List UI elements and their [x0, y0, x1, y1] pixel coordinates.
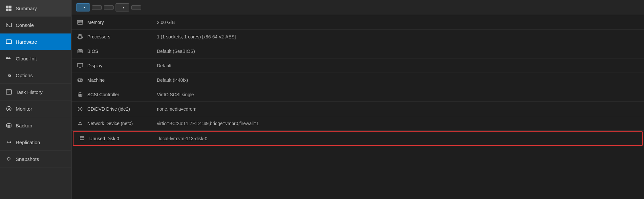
hw-row-name: Machine — [85, 77, 157, 83]
hardware-icon — [5, 38, 12, 45]
svg-rect-22 — [79, 35, 81, 38]
main-content: ▾ ▾ Memory 2.00 GiB Processors 1 (1 sock… — [72, 0, 644, 199]
hw-row-value: virtio=BC:24:11:7F:D1:49,bridge=vmbr0,fi… — [157, 121, 259, 126]
sidebar-item-options-label: Options — [16, 73, 33, 78]
options-icon — [5, 72, 12, 79]
sidebar-item-hardware[interactable]: Hardware — [0, 33, 71, 50]
sidebar-item-backup[interactable]: Backup — [0, 117, 71, 134]
replication-icon — [5, 139, 12, 146]
svg-rect-0 — [6, 6, 9, 8]
svg-rect-18 — [79, 21, 80, 22]
svg-rect-2 — [6, 9, 9, 11]
hw-row-name: CD/DVD Drive (ide2) — [85, 106, 157, 112]
sidebar-item-summary-label: Summary — [16, 6, 37, 11]
svg-rect-17 — [78, 21, 79, 22]
svg-rect-35 — [77, 63, 83, 67]
svg-point-14 — [7, 123, 11, 125]
svg-point-13 — [8, 108, 10, 110]
sidebar-item-task-history[interactable]: Task History — [0, 84, 71, 100]
monitor-icon — [5, 105, 12, 112]
svg-point-44 — [78, 107, 82, 111]
backup-icon — [5, 122, 12, 129]
console-icon — [5, 21, 12, 29]
hw-net-icon — [75, 121, 85, 126]
svg-point-39 — [78, 79, 79, 80]
svg-point-49 — [83, 138, 83, 138]
hw-row-value: local-lvm:vm-113-disk-0 — [159, 136, 207, 141]
svg-rect-33 — [79, 51, 80, 52]
table-row[interactable]: CD/DVD Drive (ide2) none,media=cdrom — [72, 102, 644, 116]
table-row[interactable]: Processors 1 (1 sockets, 1 cores) [x86-6… — [72, 30, 644, 44]
hw-row-value: 1 (1 sockets, 1 cores) [x86-64-v2-AES] — [157, 34, 236, 39]
hw-row-value: Default (SeaBIOS) — [157, 49, 195, 54]
table-row[interactable]: Display Default — [72, 58, 644, 73]
sidebar-item-options[interactable]: Options — [0, 67, 71, 84]
svg-rect-19 — [81, 21, 81, 22]
hw-row-value: VirtIO SCSI single — [157, 92, 194, 97]
svg-rect-20 — [82, 21, 82, 22]
sidebar-item-monitor-label: Monitor — [16, 106, 32, 112]
svg-rect-3 — [9, 9, 11, 11]
revert-button[interactable] — [131, 5, 141, 10]
cloud-init-icon — [5, 55, 12, 62]
task-history-icon — [5, 88, 12, 96]
hw-row-value: Default (i440fx) — [157, 77, 188, 83]
svg-point-12 — [7, 106, 11, 111]
sidebar: Summary Console Hardware Cloud-Init Opti… — [0, 0, 72, 199]
table-row[interactable]: Unused Disk 0 local-lvm:vm-113-disk-0 — [73, 131, 643, 146]
disk-action-chevron-icon: ▾ — [123, 6, 124, 9]
sidebar-item-console-label: Console — [16, 22, 34, 28]
sidebar-item-cloud-init[interactable]: Cloud-Init — [0, 50, 71, 67]
disk-action-button[interactable]: ▾ — [116, 3, 129, 11]
sidebar-item-monitor[interactable]: Monitor — [0, 100, 71, 117]
sidebar-item-summary[interactable]: Summary — [0, 0, 71, 17]
svg-point-43 — [78, 93, 82, 95]
hw-row-name: Display — [85, 63, 157, 68]
hw-row-name: Network Device (net0) — [85, 121, 157, 126]
hw-mem-icon — [75, 20, 85, 25]
sidebar-item-hardware-label: Hardware — [16, 39, 37, 45]
sidebar-item-task-history-label: Task History — [16, 89, 43, 95]
hw-bios-icon — [75, 49, 85, 54]
table-row[interactable]: Network Device (net0) virtio=BC:24:11:7F… — [72, 116, 644, 131]
edit-button[interactable] — [104, 5, 114, 10]
toolbar: ▾ ▾ — [72, 0, 644, 15]
svg-rect-1 — [9, 6, 11, 8]
svg-rect-34 — [80, 51, 81, 52]
sidebar-item-backup-label: Backup — [16, 123, 32, 128]
hw-row-value: none,media=cdrom — [157, 106, 196, 112]
sidebar-item-console[interactable]: Console — [0, 17, 71, 33]
sidebar-item-snapshots[interactable]: Snapshots — [0, 151, 71, 167]
hw-disk-icon — [77, 136, 87, 141]
table-row[interactable]: Machine Default (i440fx) — [72, 73, 644, 87]
table-row[interactable]: SCSI Controller VirtIO SCSI single — [72, 87, 644, 102]
hw-row-name: SCSI Controller — [85, 92, 157, 97]
hw-cdvd-icon — [75, 106, 85, 112]
svg-rect-32 — [78, 50, 82, 53]
sidebar-item-cloud-init-label: Cloud-Init — [16, 56, 37, 61]
table-row[interactable]: Memory 2.00 GiB — [72, 15, 644, 30]
detach-button[interactable] — [92, 5, 102, 10]
sidebar-item-snapshots-label: Snapshots — [16, 156, 39, 162]
hw-row-name: Memory — [85, 20, 157, 25]
hw-row-name: Unused Disk 0 — [87, 136, 159, 141]
svg-point-45 — [80, 108, 81, 109]
summary-icon — [5, 5, 12, 12]
hardware-table: Memory 2.00 GiB Processors 1 (1 sockets,… — [72, 15, 644, 199]
add-chevron-icon: ▾ — [83, 6, 85, 9]
hw-row-name: BIOS — [85, 49, 157, 54]
hw-machine-icon — [75, 77, 85, 83]
hw-scsi-icon — [75, 92, 85, 97]
hw-row-name: Processors — [85, 34, 157, 39]
sidebar-item-replication-label: Replication — [16, 140, 40, 145]
hw-row-value: Default — [157, 63, 171, 68]
table-row[interactable]: BIOS Default (SeaBIOS) — [72, 44, 644, 58]
hw-display-icon — [75, 63, 85, 68]
svg-rect-6 — [6, 40, 11, 44]
add-button[interactable]: ▾ — [76, 3, 90, 11]
sidebar-item-replication[interactable]: Replication — [0, 134, 71, 151]
hw-cpu-icon — [75, 34, 85, 39]
hw-row-value: 2.00 GiB — [157, 20, 175, 25]
snapshots-icon — [5, 155, 12, 163]
